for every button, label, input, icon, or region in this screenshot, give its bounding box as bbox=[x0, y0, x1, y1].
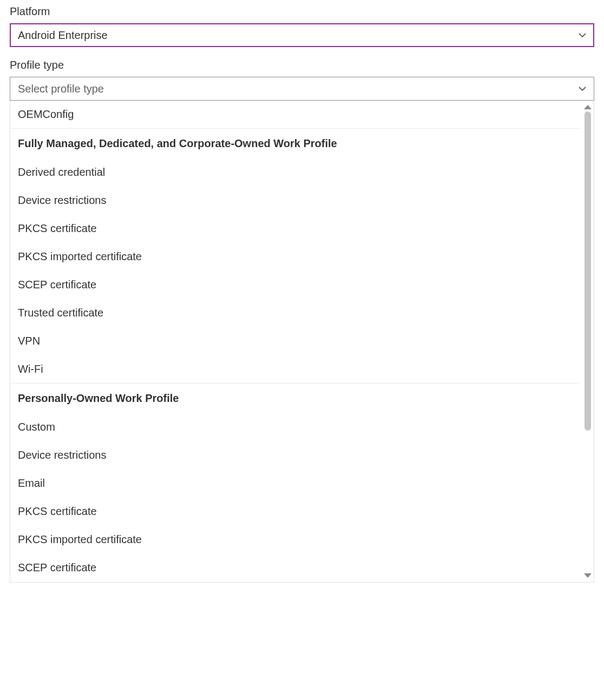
dropdown-scrollbar[interactable] bbox=[583, 105, 593, 578]
dropdown-option[interactable]: SCEP certificate bbox=[10, 554, 581, 582]
dropdown-option[interactable]: Trusted certificate bbox=[10, 299, 581, 327]
scrollbar-thumb[interactable] bbox=[585, 111, 591, 431]
scroll-down-arrow-icon[interactable] bbox=[584, 573, 592, 578]
dropdown-option[interactable]: Wi-Fi bbox=[10, 355, 581, 384]
dropdown-option[interactable]: Derived credential bbox=[10, 159, 581, 187]
profile-type-field: Profile type Select profile type OEMConf… bbox=[10, 59, 594, 583]
dropdown-group-header: Personally-Owned Work Profile bbox=[10, 384, 581, 413]
dropdown-option[interactable]: PKCS imported certificate bbox=[10, 526, 581, 554]
dropdown-option-oemconfig[interactable]: OEMConfig bbox=[10, 101, 581, 129]
dropdown-option[interactable]: VPN bbox=[10, 327, 581, 355]
dropdown-option[interactable]: PKCS certificate bbox=[10, 498, 581, 526]
platform-label: Platform bbox=[10, 5, 594, 18]
dropdown-option[interactable]: Email bbox=[10, 470, 581, 498]
dropdown-group-header: Fully Managed, Dedicated, and Corporate-… bbox=[10, 129, 581, 159]
dropdown-option[interactable]: Device restrictions bbox=[10, 441, 581, 470]
platform-field: Platform Android Enterprise bbox=[10, 5, 594, 47]
profile-type-select[interactable]: Select profile type bbox=[10, 77, 594, 101]
dropdown-option[interactable]: PKCS certificate bbox=[10, 215, 581, 243]
profile-type-label: Profile type bbox=[10, 59, 594, 71]
scroll-up-arrow-icon[interactable] bbox=[584, 105, 592, 109]
dropdown-option[interactable]: SCEP certificate bbox=[10, 271, 581, 299]
dropdown-option[interactable]: Custom bbox=[10, 413, 581, 441]
dropdown-option[interactable]: Device restrictions bbox=[10, 187, 581, 215]
dropdown-option[interactable]: PKCS imported certificate bbox=[10, 243, 581, 271]
chevron-down-icon bbox=[579, 31, 586, 39]
platform-select-value: Android Enterprise bbox=[18, 29, 108, 42]
platform-select[interactable]: Android Enterprise bbox=[10, 23, 594, 47]
scrollbar-track[interactable] bbox=[585, 111, 591, 571]
profile-type-dropdown: OEMConfig Fully Managed, Dedicated, and … bbox=[10, 101, 594, 583]
profile-type-placeholder: Select profile type bbox=[18, 83, 104, 95]
chevron-down-icon bbox=[579, 85, 586, 93]
